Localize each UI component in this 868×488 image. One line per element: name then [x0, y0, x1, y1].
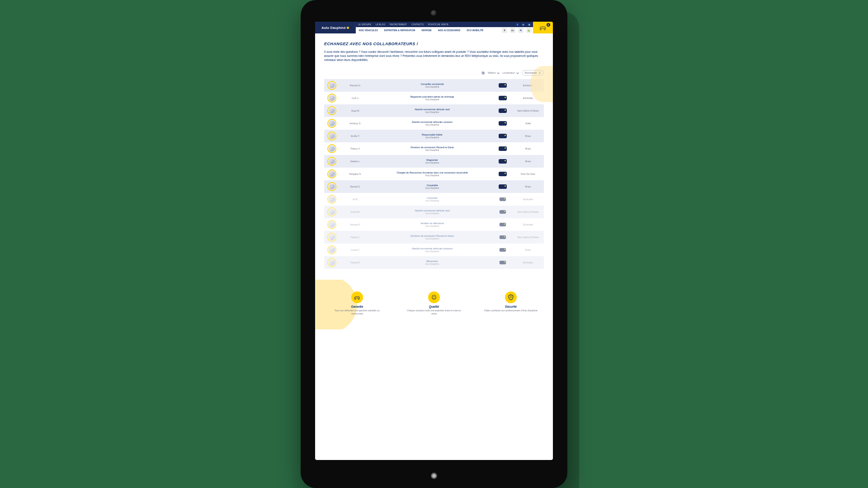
topnav-link-blog[interactable]: LE BLOG: [373, 23, 387, 26]
table-row[interactable]: Frank M.Attaché commercial véhicule neuf…: [324, 206, 544, 218]
table-row[interactable]: Lucas C.Attaché commercial véhicules occ…: [324, 244, 544, 256]
chevron-down-icon: [516, 72, 519, 75]
collab-company: Auto Dauphiné: [371, 225, 493, 227]
filter-metiers[interactable]: Métiers: [488, 71, 499, 74]
collab-role: CarrossierAuto Dauphiné: [371, 197, 493, 202]
company-logo-cell: [493, 108, 512, 113]
main-nav-ecomobility[interactable]: ECO MOBILITÉ: [463, 29, 486, 32]
benefit-desc: Chaque occasion subit une expertise avan…: [407, 309, 461, 315]
avatar: [328, 221, 335, 228]
company-mini-logo-icon: [499, 146, 507, 151]
avatar: [328, 208, 335, 216]
collab-company: Auto Dauphiné: [371, 86, 493, 88]
brand-logo[interactable]: Auto Dauphiné: [315, 22, 356, 33]
company-mini-logo-icon: [500, 235, 506, 239]
topnav-link-group[interactable]: LE GROUPE: [356, 23, 373, 26]
collab-role: Attaché commercial véhicules occasionAut…: [371, 121, 493, 126]
company-mini-logo-icon: [500, 197, 506, 201]
instagram-icon[interactable]: ◎: [528, 23, 531, 26]
company-logo-cell: [493, 197, 512, 202]
collab-name: Frank M.: [340, 211, 371, 213]
collab-location: Pont De Claix: [512, 173, 544, 175]
table-row[interactable]: Rachel D.ComptableAuto DauphinéRives: [324, 180, 544, 193]
collab-name: Farida C.: [340, 236, 371, 239]
avatar: [328, 94, 335, 102]
shield-icon: [505, 291, 517, 303]
collab-name: Thierry V.: [340, 147, 371, 150]
collab-name: Anthony D.: [340, 122, 371, 125]
collab-location: Rives: [512, 185, 544, 188]
collab-role: Attaché commercial véhicule neufAuto Dau…: [371, 108, 493, 113]
collab-name: Franck P.: [340, 261, 371, 264]
filter-localisation[interactable]: Localisation: [502, 71, 518, 74]
company-mini-logo-icon: [500, 261, 506, 264]
alpine-icon[interactable]: A: [518, 28, 524, 33]
avatar: [328, 107, 335, 114]
eco-icon[interactable]: ✿: [526, 28, 532, 33]
intro-text: Il vous reste des questions ? Vous voule…: [324, 50, 544, 62]
table-row[interactable]: Morgane S.Chargée de Ressources Humaines…: [324, 168, 544, 180]
collab-role: Conseiller commercialAuto Dauphiné: [371, 83, 493, 88]
avatar: [328, 145, 335, 152]
collab-name: Cyril J.: [340, 97, 371, 99]
company-logo-cell: [493, 83, 512, 88]
table-row[interactable]: Hugo B.Attaché commercial véhicule neufA…: [324, 104, 544, 117]
brand-logo-dot-icon: [347, 27, 349, 29]
reset-lines-icon: ☰: [539, 72, 541, 74]
collaborator-table: Romain D.Conseiller commercialAuto Dauph…: [324, 79, 544, 269]
topnav-link-contacts[interactable]: CONTACTS: [409, 23, 426, 26]
collab-company: Auto Dauphiné: [371, 212, 493, 215]
collab-name: Romain D.: [340, 84, 371, 87]
main-nav-accessories[interactable]: NOS ACCESSOIRES: [435, 29, 463, 32]
company-mini-logo-icon: [499, 121, 507, 126]
collab-location: Echirolles: [512, 198, 544, 201]
filter-reset-button[interactable]: Réinitialiser ☰: [522, 70, 544, 75]
tablet-home-button[interactable]: [431, 473, 437, 479]
collab-company: Auto Dauphiné: [371, 124, 493, 126]
dacia-icon[interactable]: DC: [510, 28, 515, 33]
cart-button[interactable]: 0: [533, 22, 553, 33]
main-nav-tradein[interactable]: REPRISE: [419, 29, 435, 32]
avatar: [328, 196, 335, 203]
table-row[interactable]: Nathan L.MagasinierAuto DauphinéRives: [324, 155, 544, 168]
main-nav-vehicles[interactable]: NOS VÉHICULES: [356, 29, 381, 32]
table-row[interactable]: Antoine S.Vendeur en alternanceAuto Daup…: [324, 218, 544, 231]
company-mini-logo-icon: [499, 83, 507, 88]
screen: Auto Dauphiné LE GROUPE LE BLOG RECRUTEM…: [315, 22, 553, 460]
company-logo-cell: [493, 222, 512, 227]
avatar: [328, 132, 335, 140]
table-row[interactable]: Ali B.CarrossierAuto DauphinéEchirolles: [324, 193, 544, 206]
avatar: [328, 82, 335, 89]
benefit-item: QualitéChaque occasion subit une experti…: [407, 291, 461, 336]
filter-reset-label: Réinitialiser: [525, 71, 537, 74]
table-row[interactable]: Emilie T.Responsable AtelierAuto Dauphin…: [324, 130, 544, 142]
table-row[interactable]: Franck P.MécanicienAuto DauphinéEchiroll…: [324, 256, 544, 269]
collab-role: Attaché commercial véhicules occasionAut…: [371, 247, 493, 253]
topnav-link-recrut[interactable]: RECRUTEMENT: [387, 23, 409, 26]
collab-name: Ali B.: [340, 198, 371, 201]
collab-role: Directeur de concession Renault et Dacia…: [371, 146, 493, 151]
topnav-link-pdv[interactable]: POINTS DE VENTE: [426, 23, 451, 26]
table-row[interactable]: Anthony D.Attaché commercial véhicules o…: [324, 117, 544, 130]
collab-company: Auto Dauphiné: [371, 99, 493, 101]
chevron-down-icon: [497, 72, 500, 75]
tablet-frame: Auto Dauphiné LE GROUPE LE BLOG RECRUTEM…: [301, 0, 567, 488]
table-row[interactable]: Thierry V.Directeur de concession Renaul…: [324, 142, 544, 155]
linkedin-icon[interactable]: in: [522, 23, 525, 26]
sort-icon[interactable]: [481, 72, 485, 74]
table-row[interactable]: Cyril J.Magasinier polyvalent pièces de …: [324, 92, 544, 104]
avatar: [328, 183, 335, 190]
company-mini-logo-icon: [500, 223, 506, 226]
facebook-icon[interactable]: f: [516, 23, 519, 26]
avatar: [328, 158, 335, 165]
renault-icon[interactable]: ◊: [502, 28, 507, 33]
main-nav-maintenance[interactable]: ENTRETIEN & RÉPARATION: [381, 29, 419, 32]
table-row[interactable]: Romain D.Conseiller commercialAuto Dauph…: [324, 79, 544, 92]
company-mini-logo-icon: [499, 159, 507, 164]
avatar: [328, 234, 335, 241]
collab-company: Auto Dauphiné: [371, 250, 493, 253]
company-logo-cell: [493, 210, 512, 214]
table-row[interactable]: Farida C.Directeur de concession Renault…: [324, 231, 544, 244]
collab-location: Rives: [512, 135, 544, 137]
company-logo-cell: [493, 134, 512, 138]
